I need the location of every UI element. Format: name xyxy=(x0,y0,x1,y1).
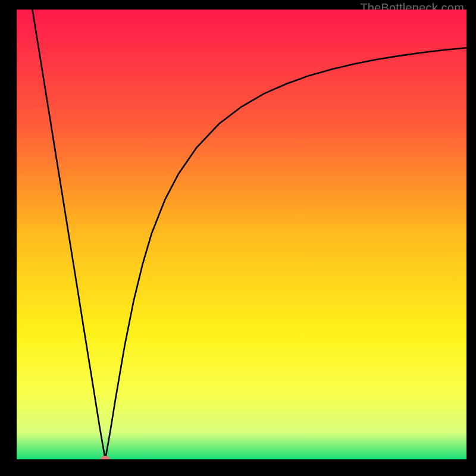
plot-area xyxy=(17,10,466,459)
chart-svg xyxy=(17,10,466,459)
chart-container: TheBottleneck.com xyxy=(0,0,476,476)
gradient-background xyxy=(17,10,466,459)
